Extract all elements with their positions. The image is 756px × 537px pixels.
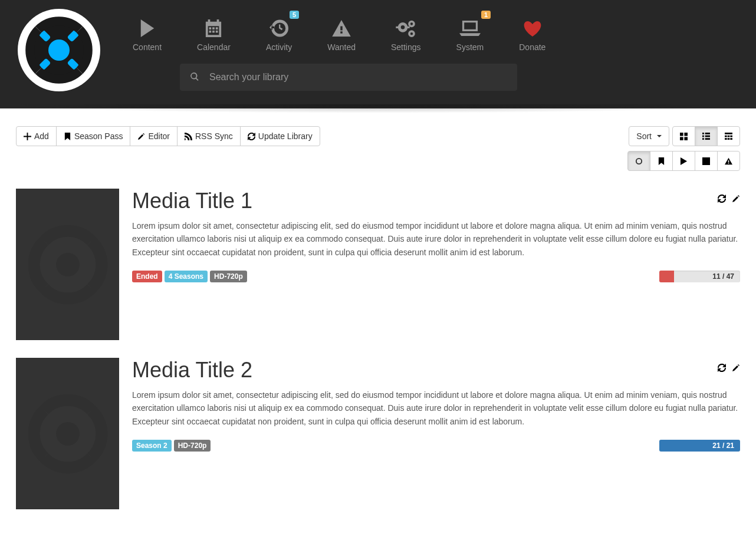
view-grid-button[interactable]	[672, 126, 695, 146]
progress-text: 21 / 21	[712, 440, 734, 452]
svg-rect-20	[702, 157, 710, 165]
heart-icon	[519, 17, 545, 40]
search-input[interactable]	[209, 64, 517, 91]
wrench-icon[interactable]	[732, 364, 740, 374]
nav-activity[interactable]: 5 Activity	[248, 11, 310, 52]
svg-rect-14	[705, 133, 710, 134]
sort-button[interactable]: Sort	[629, 126, 669, 146]
laptop-icon	[456, 17, 484, 40]
calendar-icon	[197, 17, 231, 40]
svg-rect-12	[684, 137, 688, 140]
media-label: 4 Seasons	[165, 271, 208, 282]
media-description: Lorem ipsum dolor sit amet, consectetur …	[132, 388, 740, 428]
svg-rect-11	[680, 137, 683, 140]
nav-content[interactable]: Content	[115, 11, 179, 52]
progress-text: 11 / 47	[712, 271, 734, 282]
filter-monitored-button[interactable]	[650, 151, 673, 171]
svg-rect-15	[702, 135, 704, 137]
filter-all-button[interactable]	[627, 151, 650, 171]
nav-wanted-label: Wanted	[327, 42, 356, 52]
view-list-button[interactable]	[695, 126, 718, 146]
nav-settings-label: Settings	[391, 42, 421, 52]
navbar: Content Calendar 5 Activity Wanted Setti…	[0, 0, 756, 108]
editor-label: Editor	[148, 131, 170, 141]
nav-items: Content Calendar 5 Activity Wanted Setti…	[115, 0, 744, 52]
wrench-icon[interactable]	[732, 195, 740, 205]
nav-donate[interactable]: Donate	[501, 11, 563, 52]
svg-point-19	[636, 158, 642, 163]
nav-content-label: Content	[133, 42, 162, 52]
editor-button[interactable]: Editor	[130, 126, 178, 146]
media-label: HD-720p	[174, 440, 211, 452]
media-item: Media Title 1 Lorem ipsum dolor sit amet…	[16, 189, 740, 340]
sort-label: Sort	[636, 131, 652, 141]
media-poster[interactable]	[16, 189, 119, 340]
media-description: Lorem ipsum dolor sit amet, consectetur …	[132, 219, 740, 259]
media-poster[interactable]	[16, 358, 119, 509]
play-icon	[133, 17, 162, 40]
cogs-icon	[391, 17, 421, 40]
update-library-button[interactable]: Update Library	[240, 126, 320, 146]
update-library-label: Update Library	[258, 131, 313, 141]
media-label: Season 2	[132, 440, 172, 452]
svg-rect-13	[702, 133, 704, 134]
caret-down-icon	[657, 135, 662, 137]
add-label: Add	[34, 131, 49, 141]
system-badge: 1	[481, 11, 491, 19]
nav-system-label: System	[456, 42, 484, 52]
nav-settings[interactable]: Settings	[373, 11, 439, 52]
nav-calendar[interactable]: Calendar	[179, 11, 248, 52]
refresh-icon[interactable]	[718, 364, 726, 374]
nav-system[interactable]: 1 System	[439, 11, 502, 52]
filter-missing-button[interactable]	[717, 151, 740, 171]
media-item: Media Title 2 Lorem ipsum dolor sit amet…	[16, 358, 740, 509]
view-table-button[interactable]	[717, 126, 740, 146]
search-icon	[180, 73, 209, 83]
rss-sync-button[interactable]: RSS Sync	[177, 126, 241, 146]
activity-badge: 5	[290, 11, 299, 19]
clock-history-icon	[266, 17, 292, 40]
label-group: Season 2HD-720p	[132, 440, 211, 452]
svg-rect-17	[702, 138, 704, 140]
search-group	[180, 64, 517, 91]
svg-rect-10	[684, 133, 688, 136]
media-label: Ended	[132, 271, 162, 282]
brand-logo[interactable]	[12, 0, 115, 93]
season-pass-label: Season Pass	[74, 131, 123, 141]
media-title[interactable]: Media Title 1	[132, 189, 740, 213]
filter-continuing-button[interactable]	[672, 151, 695, 171]
progress-bar: 11 / 47	[659, 271, 740, 282]
label-group: Ended4 SeasonsHD-720p	[132, 271, 247, 282]
add-button[interactable]: Add	[16, 126, 57, 146]
nav-wanted[interactable]: Wanted	[310, 11, 373, 52]
warning-icon	[327, 17, 356, 40]
svg-rect-9	[680, 133, 683, 136]
season-pass-button[interactable]: Season Pass	[56, 126, 131, 146]
nav-activity-label: Activity	[266, 42, 292, 52]
media-title[interactable]: Media Title 2	[132, 358, 740, 383]
nav-donate-label: Donate	[519, 42, 545, 52]
refresh-icon[interactable]	[718, 195, 726, 205]
media-label: HD-720p	[210, 271, 247, 282]
nav-calendar-label: Calendar	[197, 42, 231, 52]
left-toolbar: Add Season Pass Editor RSS Sync Update L…	[16, 126, 320, 171]
svg-rect-18	[705, 138, 710, 140]
svg-rect-16	[705, 135, 710, 137]
filter-ended-button[interactable]	[695, 151, 718, 171]
progress-bar: 21 / 21	[659, 440, 740, 452]
rss-sync-label: RSS Sync	[195, 131, 233, 141]
